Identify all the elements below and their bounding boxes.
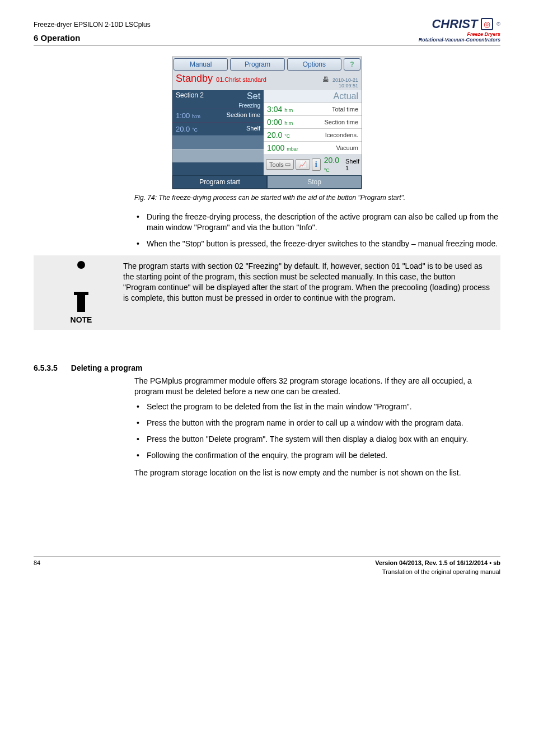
note-text: The program starts with section 02 "Free… xyxy=(123,261,490,304)
brand-sub1: Freeze Dryers xyxy=(419,31,500,37)
page-footer: 84 Version 04/2013, Rev. 1.5 of 16/12/20… xyxy=(34,557,500,575)
list-item: Press the button with the program name i… xyxy=(134,418,500,428)
tab-help[interactable]: ? xyxy=(344,58,360,71)
page-header: Freeze-dryer EPSILON 2-10D LSCplus 6 Ope… xyxy=(34,17,500,45)
program-start-button[interactable]: Program start xyxy=(172,175,267,189)
info-button[interactable]: i xyxy=(312,158,321,171)
chapter-title: 6 Operation xyxy=(34,33,151,43)
tools-button[interactable]: Tools▭ xyxy=(266,159,294,170)
note-block: NOTE The program starts with section 02 … xyxy=(34,255,500,330)
note-label: NOTE xyxy=(39,315,123,324)
subsection-number: 6.5.3.5 xyxy=(34,363,58,372)
graph-button[interactable]: 📈 xyxy=(296,159,310,170)
set-section: Section 2 xyxy=(176,91,204,101)
ui-screenshot: Manual Program Options ? Standby 01.Chri… xyxy=(172,57,362,189)
actual-icecondens: Icecondens. xyxy=(325,132,358,138)
info-icon: i xyxy=(315,160,317,169)
actual-section-time: Section time xyxy=(324,119,358,125)
tab-options[interactable]: Options xyxy=(287,58,341,71)
brand-icon xyxy=(481,18,493,30)
set-section-time-label: Section time xyxy=(227,111,261,120)
footer-version: Version 04/2013, Rev. 1.5 of 16/12/2014 … xyxy=(375,559,500,566)
standby-label: Standby xyxy=(176,73,213,85)
set-shelf-label: Shelf xyxy=(246,125,260,133)
actual-label: Actual xyxy=(264,90,362,102)
list-item: During the freeze-drying process, the de… xyxy=(134,212,500,233)
standby-datetime: 2010-10-21 10:09:51 xyxy=(332,78,358,89)
paragraph: The PGMplus programmer module offers 32 … xyxy=(134,376,500,397)
bullet-list-2: Select the program to be deleted from th… xyxy=(134,402,500,461)
stop-button[interactable]: Stop xyxy=(267,175,362,189)
footer-translation: Translation of the original operating ma… xyxy=(375,568,500,575)
note-icon xyxy=(77,261,85,312)
set-freezing: Freezing xyxy=(172,102,264,109)
folder-icon: ▭ xyxy=(285,161,291,168)
paragraph: The program storage location on the list… xyxy=(134,468,500,478)
tab-program[interactable]: Program xyxy=(230,58,284,71)
list-item: Press the button "Delete program". The s… xyxy=(134,434,500,445)
device-name: Freeze-dryer EPSILON 2-10D LSCplus xyxy=(34,21,151,29)
list-item: Select the program to be deleted from th… xyxy=(134,402,500,412)
brand-logo: CHRIST ® Freeze Dryers Rotational-Vacuum… xyxy=(419,17,500,43)
page-number: 84 xyxy=(34,559,40,575)
list-item: Following the confirmation of the enquir… xyxy=(134,450,500,461)
set-label: Set xyxy=(247,91,260,101)
figure-caption: Fig. 74: The freeze-drying process can b… xyxy=(134,194,500,202)
printer-icon[interactable]: 🖶 xyxy=(322,76,329,83)
brand-sub2: Rotational-Vacuum-Concentrators xyxy=(419,37,500,43)
subsection-title: Deleting a program xyxy=(71,363,143,372)
brand-text: CHRIST xyxy=(432,17,477,31)
standby-program-name: 01.Christ standard xyxy=(216,76,322,83)
list-item: When the "Stop" button is pressed, the f… xyxy=(134,239,500,249)
actual-vacuum: Vacuum xyxy=(336,144,358,151)
bullet-list-1: During the freeze-drying process, the de… xyxy=(134,212,500,249)
actual-shelf1: Shelf 1 xyxy=(345,158,359,171)
actual-total-time: Total time xyxy=(332,106,358,113)
graph-icon: 📈 xyxy=(299,161,307,168)
tab-manual[interactable]: Manual xyxy=(174,58,228,71)
